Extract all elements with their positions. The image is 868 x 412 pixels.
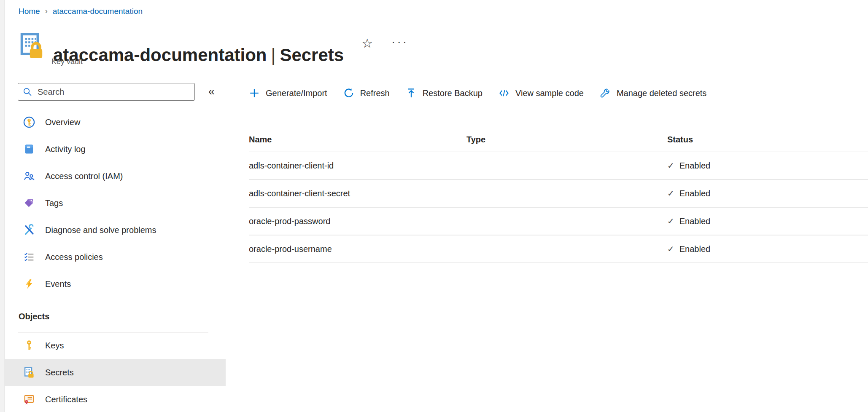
resource-type-subtitle: Key vault [51,57,83,66]
secret-status: ✓ Enabled [667,216,868,226]
sidebar-item-label: Overview [45,118,80,127]
table-header-row: Name Type Status [249,127,868,152]
column-header-name[interactable]: Name [249,135,466,144]
certificate-icon [23,393,35,405]
secrets-table: Name Type Status adls-container-client-i… [249,127,868,263]
sidebar-item[interactable]: Access control (IAM) [4,163,226,190]
table-row[interactable]: adls-container-client-secret ✓ Enabled [249,180,868,208]
tag-icon [23,197,35,209]
enabled-check-icon: ✓ [667,161,674,171]
toolbar-button-label: Manage deleted secrets [617,88,706,98]
wrench-icon [600,88,611,99]
sidebar-item-label: Diagnose and solve problems [45,225,156,235]
key-vault-icon [18,31,46,61]
breadcrumb-home-link[interactable]: Home [19,7,40,16]
toolbar-button[interactable]: Generate/Import [249,88,327,99]
enabled-check-icon: ✓ [667,188,674,198]
sidebar-item-label: Certificates [45,395,87,404]
table-row[interactable]: oracle-prod-password ✓ Enabled [249,208,868,235]
table-row[interactable]: adls-container-client-id ✓ Enabled [249,152,868,180]
plus-icon [249,88,260,99]
tools-icon [23,224,35,236]
sidebar-item-label: Keys [45,341,64,350]
column-header-status[interactable]: Status [667,135,868,144]
more-options-ellipsis-icon[interactable]: ··· [391,36,408,48]
toolbar-button-label: Refresh [360,88,390,98]
breadcrumb-keyvault-link[interactable]: ataccama-documentation [53,7,143,16]
sidebar-nav: Overview Activity log Access control (IA… [4,109,226,297]
refresh-icon [343,88,354,99]
command-bar: Generate/Import Refresh Restore Backup V… [249,83,706,103]
status-badge: Enabled [679,244,710,254]
secret-name: adls-container-client-id [249,161,466,171]
toolbar-button[interactable]: Manage deleted secrets [600,88,706,99]
toolbar-button-label: Restore Backup [423,88,483,98]
enabled-check-icon: ✓ [667,244,674,254]
status-badge: Enabled [679,217,710,226]
status-badge: Enabled [679,161,710,171]
sidebar-item[interactable]: Tags [4,190,226,217]
secret-name: oracle-prod-username [249,244,466,254]
sidebar-item[interactable]: Certificates [4,386,226,412]
sidebar-collapse-chevron-icon[interactable]: « [208,85,215,98]
breadcrumb: Home › ataccama-documentation [19,7,143,16]
lightning-icon [23,278,35,290]
status-badge: Enabled [679,189,710,198]
code-icon [499,88,509,99]
secret-status: ✓ Enabled [667,161,868,171]
sidebar-item-label: Access policies [45,252,103,262]
toolbar-button-label: View sample code [515,88,584,98]
sidebar-search[interactable] [18,83,195,101]
breadcrumb-separator-icon: › [45,7,48,16]
sidebar-item-label: Tags [45,198,63,208]
sidebar-item[interactable]: Overview [4,109,226,136]
page-title: ataccama-documentation|Secrets [53,43,344,67]
sidebar-item-label: Secrets [45,368,74,377]
toolbar-button[interactable]: View sample code [499,88,584,99]
sidebar-item-label: Activity log [45,144,86,154]
checklist-icon [23,251,35,263]
objects-section-header: Objects [19,312,49,321]
sidebar-item-label: Access control (IAM) [45,171,123,181]
sidebar-item[interactable]: Access policies [4,243,226,270]
key-icon [23,340,35,351]
sidebar-item[interactable]: Keys [4,332,226,359]
column-header-type[interactable]: Type [466,135,667,144]
sidebar-item[interactable]: Secrets [4,359,226,386]
search-icon [22,87,32,97]
toolbar-button[interactable]: Restore Backup [406,88,483,99]
upload-arrow-icon [406,88,417,99]
book-icon [23,143,35,155]
key-circle-icon [23,116,35,128]
secret-name: oracle-prod-password [249,217,466,226]
enabled-check-icon: ✓ [667,216,674,226]
favorite-star-icon[interactable]: ☆ [361,37,373,50]
page-header: ataccama-documentation|Secrets ☆ ··· [18,31,408,79]
sidebar-objects-nav: Keys Secrets Certificates [4,332,226,412]
sidebar-item-label: Events [45,279,71,289]
sidebar-item[interactable]: Events [4,270,226,297]
sidebar-item[interactable]: Diagnose and solve problems [4,217,226,243]
toolbar-button-label: Generate/Import [266,88,327,98]
sidebar-item[interactable]: Activity log [4,136,226,163]
secret-name: adls-container-client-secret [249,189,466,198]
table-row[interactable]: oracle-prod-username ✓ Enabled [249,235,868,263]
toolbar-button[interactable]: Refresh [343,88,390,99]
search-input[interactable] [37,87,190,97]
people-icon [23,170,35,182]
secret-status: ✓ Enabled [667,244,868,254]
secret-status: ✓ Enabled [667,188,868,198]
key-vault-small-icon [23,367,35,378]
